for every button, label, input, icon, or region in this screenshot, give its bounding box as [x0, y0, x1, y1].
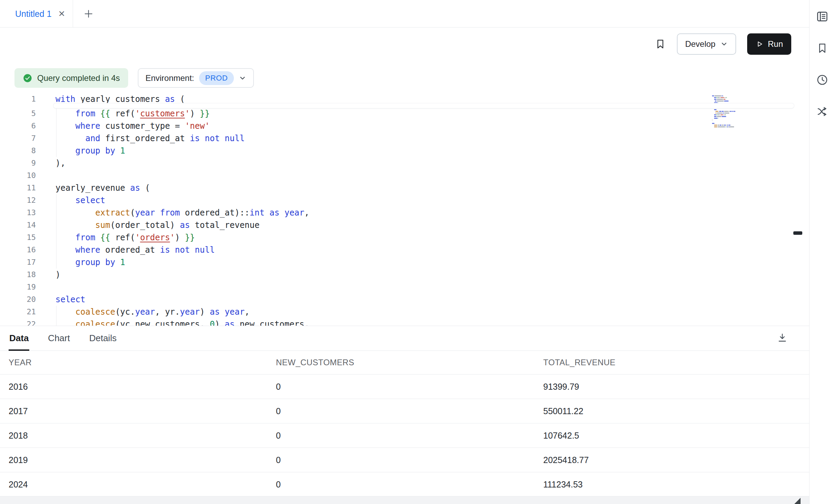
- code-line[interactable]: 5 from {{ ref('customers') }}: [0, 107, 809, 120]
- code-line[interactable]: 10: [0, 169, 809, 182]
- code-line[interactable]: 16 where ordered_at is not null: [0, 244, 809, 256]
- editor-minimap[interactable]: [712, 95, 753, 128]
- results-panel: DataChartDetails YEARNEW_CUSTOMERSTOTAL_…: [0, 326, 809, 504]
- line-number: 5: [0, 107, 36, 120]
- develop-button[interactable]: Develop: [677, 33, 736, 55]
- history-panel-button[interactable]: [815, 73, 829, 87]
- line-number: 11: [0, 182, 36, 194]
- chevron-down-icon: [720, 40, 728, 48]
- line-number: 18: [0, 269, 36, 281]
- code-line[interactable]: 7 and first_ordered_at is not null: [0, 132, 809, 145]
- toolbar: Develop Run: [0, 28, 809, 61]
- results-tab-bar: DataChartDetails: [0, 326, 809, 351]
- column-header: YEAR: [0, 358, 267, 367]
- table-cell: 2024: [0, 480, 267, 490]
- table-cell: 2019: [0, 455, 267, 465]
- code-text: from {{ ref('orders') }}: [55, 231, 195, 244]
- sql-ide-window: Untitled 1 × Develop Run: [0, 0, 835, 504]
- line-number: 8: [0, 145, 36, 157]
- table-cell: 2025418.77: [535, 455, 809, 465]
- query-status-badge: Query completed in 4s: [14, 68, 128, 88]
- table-cell: 107642.5: [535, 431, 809, 441]
- code-line[interactable]: 6 where customer_type = 'new': [0, 120, 809, 132]
- new-tab-button[interactable]: [78, 0, 99, 28]
- run-button[interactable]: Run: [747, 33, 791, 55]
- code-text: coalesce(yc.year, yr.year) as year,: [55, 306, 250, 318]
- environment-value-chip: PROD: [199, 71, 234, 85]
- line-number: 6: [0, 120, 36, 132]
- bookmark-icon: [816, 42, 828, 54]
- code-line[interactable]: 19: [0, 281, 809, 293]
- environment-selector[interactable]: Environment: PROD: [138, 68, 254, 88]
- code-line[interactable]: 22 coalesce(yc.new_customers, 0) as new_…: [0, 318, 809, 326]
- line-number: 10: [0, 169, 36, 182]
- table-cell: 2016: [0, 382, 267, 392]
- horizontal-scrollbar[interactable]: [0, 496, 809, 504]
- code-line[interactable]: 12 select: [0, 194, 809, 207]
- table-cell: 2017: [0, 406, 267, 416]
- results-tab-data[interactable]: Data: [9, 326, 29, 350]
- bookmark-button[interactable]: [655, 38, 666, 50]
- results-tabs: DataChartDetails: [9, 326, 117, 350]
- code-line[interactable]: 8 group by 1: [0, 145, 809, 157]
- line-number: 12: [0, 194, 36, 207]
- code-line[interactable]: 13 extract(year from ordered_at)::int as…: [0, 207, 809, 219]
- code-line[interactable]: 11yearly_revenue as (: [0, 182, 809, 194]
- download-results-button[interactable]: [777, 332, 788, 345]
- query-status-text: Query completed in 4s: [37, 73, 120, 83]
- environment-label: Environment:: [145, 73, 194, 83]
- column-header: NEW_CUSTOMERS: [267, 358, 535, 367]
- code-text: ): [55, 269, 60, 281]
- table-row: 20180107642.5: [0, 423, 809, 448]
- table-cell: 0: [267, 455, 535, 465]
- line-number: 9: [0, 157, 36, 169]
- results-tab-details[interactable]: Details: [89, 326, 117, 350]
- resize-corner: [794, 498, 801, 504]
- close-icon[interactable]: ×: [59, 8, 65, 19]
- code-line[interactable]: 15 from {{ ref('orders') }}: [0, 231, 809, 244]
- table-cell: 2018: [0, 431, 267, 441]
- table-cell: 0: [267, 406, 535, 416]
- chevron-down-icon: [239, 74, 246, 82]
- line-number: 21: [0, 306, 36, 318]
- status-row: Query completed in 4s Environment: PROD: [14, 68, 254, 88]
- results-tab-chart[interactable]: Chart: [47, 326, 71, 350]
- right-icon-rail: [809, 0, 835, 504]
- code-line[interactable]: 17 group by 1: [0, 256, 809, 269]
- line-number: 7: [0, 132, 36, 145]
- code-text: select: [55, 194, 105, 207]
- code-line[interactable]: 20select: [0, 293, 809, 306]
- develop-label: Develop: [685, 39, 715, 49]
- code-text: and first_ordered_at is not null: [55, 132, 245, 145]
- results-table-header: YEARNEW_CUSTOMERSTOTAL_REVENUE: [0, 351, 809, 374]
- lineage-icon: [816, 105, 828, 118]
- line-number: 14: [0, 219, 36, 231]
- code-text: select: [55, 293, 85, 306]
- code-line[interactable]: 14 sum(order_total) as total_revenue: [0, 219, 809, 231]
- line-number: 17: [0, 256, 36, 269]
- code-line[interactable]: 9),: [0, 157, 809, 169]
- download-icon: [777, 332, 788, 343]
- code-text: extract(year from ordered_at)::int as ye…: [55, 207, 309, 219]
- line-number: 1: [0, 93, 36, 105]
- line-number: 15: [0, 231, 36, 244]
- code-text: where ordered_at is not null: [55, 244, 215, 256]
- bookmarks-panel-button[interactable]: [815, 41, 829, 55]
- editor-scrollbar-thumb[interactable]: [793, 231, 802, 235]
- code-text: group by 1: [55, 145, 125, 157]
- line-number: 19: [0, 281, 36, 293]
- code-text: coalesce(yc.new_customers, 0) as new_cus…: [55, 318, 309, 326]
- ref-link[interactable]: orders: [140, 233, 170, 242]
- plus-icon: [83, 9, 94, 19]
- tab-untitled-1[interactable]: Untitled 1 ×: [0, 0, 73, 28]
- sql-editor[interactable]: 1with yearly_customers as (5 from {{ ref…: [0, 88, 809, 326]
- table-cell: 0: [267, 431, 535, 441]
- editor-config-button[interactable]: [815, 10, 829, 23]
- lineage-panel-button[interactable]: [815, 105, 829, 118]
- code-line[interactable]: 18): [0, 269, 809, 281]
- code-line[interactable]: 21 coalesce(yc.year, yr.year) as year,: [0, 306, 809, 318]
- ref-link[interactable]: customers: [140, 109, 185, 118]
- table-row: 20170550011.22: [0, 399, 809, 423]
- table-cell: 550011.22: [535, 406, 809, 416]
- table-row: 201902025418.77: [0, 448, 809, 472]
